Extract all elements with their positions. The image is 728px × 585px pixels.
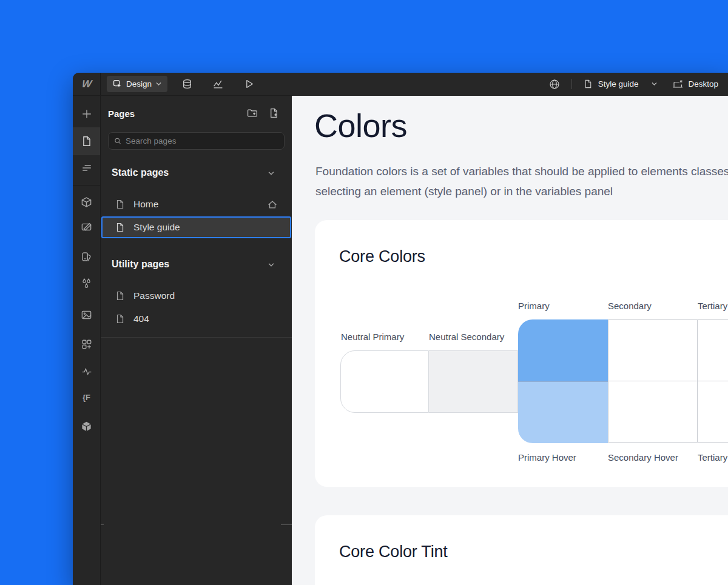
apps-button[interactable] xyxy=(73,339,100,350)
page-selector-label: Style guide xyxy=(598,79,639,89)
assets-button[interactable] xyxy=(73,309,100,321)
style-selectors-button[interactable] xyxy=(73,221,100,232)
chevron-down-icon xyxy=(156,82,161,86)
swatch-secondary[interactable] xyxy=(608,319,698,381)
page-row-home[interactable]: Home xyxy=(101,193,291,215)
page-icon xyxy=(115,291,125,301)
cms-database-icon[interactable] xyxy=(182,79,192,89)
library-cube-icon xyxy=(81,421,92,432)
main-menu-button[interactable]: W xyxy=(73,73,101,95)
swatch-label-neutral-primary: Neutral Primary xyxy=(341,332,404,342)
page-description-line2: selecting an element (style panel) or in… xyxy=(315,181,728,201)
swatch-label-primary-hover: Primary Hover xyxy=(518,452,576,463)
swatch-label-primary: Primary xyxy=(518,301,550,311)
swatch-primary[interactable] xyxy=(518,319,608,381)
navigator-button[interactable] xyxy=(73,162,100,173)
panel-divider xyxy=(101,337,292,338)
webflow-designer-window: W Design xyxy=(73,73,728,585)
pages-panel-title: Pages xyxy=(108,109,135,119)
page-row-404[interactable]: 404 xyxy=(101,308,291,330)
style-brush-icon xyxy=(81,221,92,232)
apps-icon xyxy=(81,339,92,350)
core-colors-card: Core Colors Primary Secondary Tertiary N… xyxy=(315,220,728,487)
design-select-icon xyxy=(113,79,122,89)
swatch-label-secondary-hover: Secondary Hover xyxy=(608,452,678,463)
add-plus-icon xyxy=(81,109,92,119)
components-icon xyxy=(81,196,92,208)
audit-icon xyxy=(81,366,92,377)
page-icon xyxy=(115,222,125,232)
page-row-style-guide[interactable]: Style guide xyxy=(101,216,291,238)
home-icon xyxy=(267,199,278,210)
page-label: Style guide xyxy=(133,222,180,233)
swatches-button[interactable] xyxy=(73,251,100,262)
chevron-down-icon[interactable] xyxy=(268,171,274,176)
left-icon-rail: {F xyxy=(73,96,101,585)
navigator-icon xyxy=(81,162,92,173)
page-icon xyxy=(115,314,125,324)
search-pages-box[interactable] xyxy=(108,132,285,150)
swatches-icon xyxy=(81,251,92,262)
webflow-logo-icon: W xyxy=(81,78,92,90)
components-button[interactable] xyxy=(73,196,100,208)
swatch-label-neutral-secondary: Neutral Secondary xyxy=(429,332,504,342)
preview-play-icon[interactable] xyxy=(244,79,254,89)
page-label: Home xyxy=(133,199,158,210)
swatch-neutral-primary[interactable] xyxy=(340,350,429,413)
swatch-label-tertiary: Tertiary xyxy=(698,301,727,311)
core-colors-title: Core Colors xyxy=(339,247,425,266)
swatch-tertiary-hover[interactable] xyxy=(697,381,728,443)
finsweet-extension-button[interactable]: {F xyxy=(73,393,100,402)
swatch-primary-hover[interactable] xyxy=(518,381,608,443)
design-canvas[interactable]: Colors Foundation colors is a set of var… xyxy=(292,96,728,585)
page-description: Foundation colors is a set of variables … xyxy=(315,161,728,201)
panel-resize-handle[interactable] xyxy=(101,524,104,525)
variables-button[interactable] xyxy=(73,278,100,289)
page-row-password[interactable]: Password xyxy=(101,285,291,307)
core-color-tint-title: Core Color Tint xyxy=(339,543,448,561)
chevron-down-icon[interactable] xyxy=(268,262,274,267)
globe-icon[interactable] xyxy=(549,79,560,90)
swatch-secondary-hover[interactable] xyxy=(608,381,698,443)
section-header-static-pages[interactable]: Static pages xyxy=(112,167,169,178)
new-page-icon[interactable] xyxy=(269,108,279,118)
rail-divider xyxy=(73,185,100,186)
page-icon xyxy=(115,199,125,209)
variables-droplets-icon xyxy=(81,278,92,289)
section-header-utility-pages[interactable]: Utility pages xyxy=(112,259,169,270)
design-mode-label: Design xyxy=(126,79,152,89)
search-icon xyxy=(114,137,121,145)
panel-resize-handle[interactable] xyxy=(281,524,292,525)
pages-panel-button[interactable] xyxy=(73,127,100,155)
page-label: Password xyxy=(133,290,175,301)
swatch-label-tertiary-hover: Tertiary Hover xyxy=(698,452,728,463)
swatch-label-secondary: Secondary xyxy=(608,301,652,311)
swatch-tertiary[interactable] xyxy=(697,319,728,381)
pages-panel: Pages Static pages xyxy=(101,96,292,585)
analyze-chart-icon[interactable] xyxy=(213,79,223,89)
core-color-tint-card: Core Color Tint xyxy=(315,515,728,585)
page-description-line1: Foundation colors is a set of variables … xyxy=(315,161,728,181)
top-toolbar: W Design xyxy=(73,73,728,96)
page-label: 404 xyxy=(133,313,149,324)
new-folder-icon[interactable] xyxy=(247,108,258,118)
breakpoint-label: Desktop xyxy=(688,79,718,89)
desktop-breakpoint-icon xyxy=(672,79,684,89)
breakpoint-selector[interactable]: Desktop xyxy=(672,79,718,89)
swatch-neutral-secondary[interactable] xyxy=(429,350,518,413)
audit-button[interactable] xyxy=(73,366,100,377)
pages-icon xyxy=(81,136,92,147)
design-mode-button[interactable]: Design xyxy=(107,76,167,92)
page-title: Colors xyxy=(314,107,407,144)
library-button[interactable] xyxy=(73,421,100,432)
page-selector-dropdown[interactable]: Style guide xyxy=(584,79,658,89)
add-elements-button[interactable] xyxy=(73,109,100,119)
page-icon xyxy=(584,79,593,89)
finsweet-icon: {F xyxy=(83,393,90,402)
chevron-down-icon xyxy=(652,82,657,86)
toolbar-divider xyxy=(571,79,572,89)
assets-icon xyxy=(81,309,92,321)
search-pages-input[interactable] xyxy=(126,136,278,145)
